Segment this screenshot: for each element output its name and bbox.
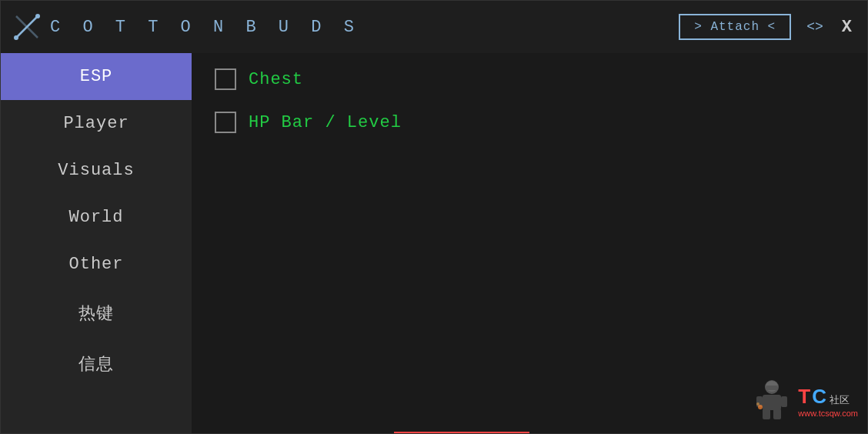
sidebar-label-info: 信息 (78, 356, 114, 375)
svg-point-2 (14, 35, 18, 40)
sidebar-label-esp: ESP (80, 67, 113, 86)
watermark-text: T C 社区 www.tcsqw.com (798, 385, 858, 418)
svg-point-3 (35, 14, 40, 18)
content-area: Chest HP Bar / Level (192, 53, 867, 433)
svg-rect-7 (781, 396, 787, 407)
svg-rect-8 (763, 409, 770, 419)
svg-rect-5 (763, 395, 781, 410)
watermark-community: 社区 (830, 393, 850, 407)
sidebar-item-info[interactable]: 信息 (1, 339, 192, 389)
main-content: ESP Player Visuals World Other 热键 信息 (1, 53, 867, 433)
watermark: T C 社区 www.tcsqw.com (749, 378, 858, 424)
sidebar-label-player: Player (63, 114, 129, 133)
sidebar-item-player[interactable]: Player (1, 100, 192, 147)
svg-rect-9 (773, 409, 781, 419)
sidebar-item-visuals[interactable]: Visuals (1, 147, 192, 194)
svg-rect-11 (766, 386, 778, 390)
sidebar-label-hotkeys: 热键 (78, 305, 114, 324)
app-window: C O T T O N B U D S > Attach < <> X ESP … (0, 0, 868, 434)
hpbar-label: HP Bar / Level (249, 113, 402, 132)
watermark-c: C (812, 385, 826, 409)
watermark-character (749, 378, 795, 424)
close-icon[interactable]: X (839, 15, 855, 40)
hpbar-checkbox[interactable] (215, 112, 236, 133)
sidebar-label-visuals: Visuals (58, 161, 134, 180)
hpbar-item: HP Bar / Level (215, 112, 844, 133)
red-underline (394, 432, 529, 433)
logo-icon (13, 13, 41, 41)
watermark-t: T (798, 385, 810, 409)
sidebar-item-esp[interactable]: ESP (1, 53, 192, 100)
resize-icon[interactable]: <> (803, 16, 826, 38)
chest-item: Chest (215, 68, 844, 90)
chest-checkbox[interactable] (215, 68, 236, 90)
sidebar-item-other[interactable]: Other (1, 241, 192, 288)
watermark-url: www.tcsqw.com (798, 409, 858, 418)
sidebar-item-world[interactable]: World (1, 194, 192, 241)
title-right: > Attach < <> X (679, 14, 855, 40)
svg-point-12 (758, 405, 763, 409)
app-title: C O T T O N B U D S (50, 18, 360, 37)
title-left: C O T T O N B U D S (13, 13, 360, 41)
sidebar-item-hotkeys[interactable]: 热键 (1, 288, 192, 339)
sidebar: ESP Player Visuals World Other 热键 信息 (1, 53, 192, 433)
sidebar-label-world: World (68, 208, 123, 227)
attach-button[interactable]: > Attach < (679, 14, 791, 40)
title-bar: C O T T O N B U D S > Attach < <> X (1, 1, 867, 53)
svg-point-13 (756, 402, 760, 406)
chest-label: Chest (249, 70, 303, 89)
sidebar-label-other: Other (68, 255, 123, 274)
